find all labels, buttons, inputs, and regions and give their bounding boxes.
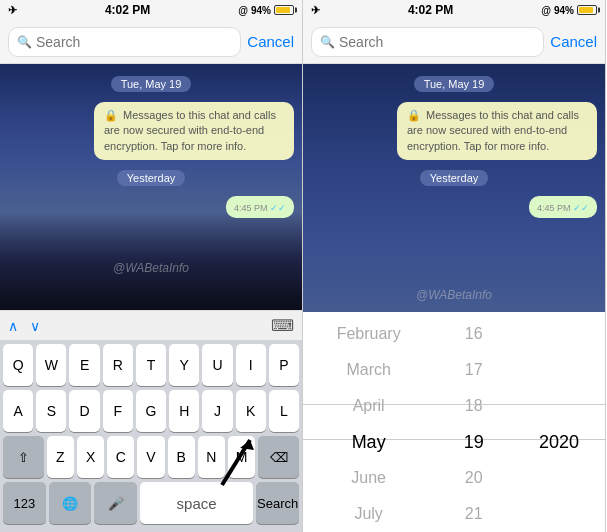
search-input-right[interactable]: [339, 34, 535, 50]
year-2020[interactable]: 2020: [539, 424, 579, 460]
system-message-left: 🔒 Messages to this chat and calls are no…: [94, 102, 294, 160]
outgoing-bubble-left: 4:45 PM ✓✓: [226, 196, 294, 218]
signal-icon-right: @: [541, 5, 551, 16]
battery-pct-left: 94%: [251, 5, 271, 16]
airplane-icon-right: ✈: [311, 4, 320, 17]
watermark-right: @WABetaInfo: [416, 288, 492, 302]
key-d[interactable]: D: [69, 390, 99, 432]
day-20[interactable]: 20: [464, 460, 484, 496]
chat-content-left: Tue, May 19 🔒 Messages to this chat and …: [0, 64, 302, 226]
search-input-wrapper-left[interactable]: 🔍: [8, 27, 241, 57]
key-mic[interactable]: 🎤: [94, 482, 137, 524]
key-r[interactable]: R: [103, 344, 133, 386]
nav-arrows: ∧ ∨ ⌨: [0, 310, 302, 340]
nav-down-button[interactable]: ∨: [30, 318, 40, 334]
key-shift[interactable]: ⇧: [3, 436, 44, 478]
time-right: 4:02 PM: [408, 3, 453, 17]
status-bar-left: ✈ 4:02 PM @ 94%: [0, 0, 302, 20]
search-input-left[interactable]: [36, 34, 232, 50]
battery-icon-right: [577, 5, 597, 15]
bubble-time-left: 4:45 PM ✓✓: [234, 203, 286, 213]
signal-icon: @: [238, 5, 248, 16]
search-bar-left: 🔍 Cancel: [0, 20, 302, 64]
key-s[interactable]: S: [36, 390, 66, 432]
month-may[interactable]: May: [337, 424, 401, 460]
time-left: 4:02 PM: [105, 3, 150, 17]
nav-up-button[interactable]: ∧: [8, 318, 18, 334]
key-j[interactable]: J: [202, 390, 232, 432]
key-g[interactable]: G: [136, 390, 166, 432]
date-picker[interactable]: February March April May June July Augus…: [303, 312, 605, 532]
day-21[interactable]: 21: [464, 496, 484, 532]
key-t[interactable]: T: [136, 344, 166, 386]
keyboard-row-2: A S D F G H J K L: [3, 390, 299, 432]
bubble-time-right: 4:45 PM ✓✓: [537, 203, 589, 213]
chat-area-right: Tue, May 19 🔒 Messages to this chat and …: [303, 64, 605, 532]
day-17[interactable]: 17: [464, 352, 484, 388]
key-delete[interactable]: ⌫: [258, 436, 299, 478]
year-placeholder-1: [539, 316, 579, 352]
key-c[interactable]: C: [107, 436, 134, 478]
key-v[interactable]: V: [137, 436, 164, 478]
year-placeholder-2: [539, 352, 579, 388]
day-19[interactable]: 19: [464, 424, 484, 460]
keyboard-icon: ⌨: [271, 316, 294, 335]
keyboard-row-1: Q W E R T Y U I P: [3, 344, 299, 386]
right-panel: ✈ 4:02 PM @ 94% 🔍 Cancel Tue, May 19 🔒 M…: [303, 0, 606, 532]
month-items: February March April May June July Augus…: [337, 312, 401, 532]
month-march[interactable]: March: [337, 352, 401, 388]
key-123[interactable]: 123: [3, 482, 46, 524]
key-e[interactable]: E: [69, 344, 99, 386]
arrow-indicator: [212, 430, 262, 494]
key-a[interactable]: A: [3, 390, 33, 432]
month-february[interactable]: February: [337, 316, 401, 352]
airplane-icon: ✈: [8, 4, 17, 17]
key-p[interactable]: P: [269, 344, 299, 386]
month-april[interactable]: April: [337, 388, 401, 424]
battery-pct-right: 94%: [554, 5, 574, 16]
key-u[interactable]: U: [202, 344, 232, 386]
key-b[interactable]: B: [168, 436, 195, 478]
year-items: 2020: [539, 312, 579, 532]
key-w[interactable]: W: [36, 344, 66, 386]
month-july[interactable]: July: [337, 496, 401, 532]
key-x[interactable]: X: [77, 436, 104, 478]
system-message-right: 🔒 Messages to this chat and calls are no…: [397, 102, 597, 160]
left-panel: ✈ 4:02 PM @ 94% 🔍 Cancel Tue, May 19 🔒 M…: [0, 0, 303, 532]
yesterday-badge-right: Yesterday: [420, 170, 489, 186]
key-k[interactable]: K: [236, 390, 266, 432]
key-y[interactable]: Y: [169, 344, 199, 386]
yesterday-badge-left: Yesterday: [117, 170, 186, 186]
key-globe[interactable]: 🌐: [49, 482, 92, 524]
battery-icon-left: [274, 5, 294, 15]
check-marks-left: ✓✓: [270, 203, 286, 213]
search-bar-right: 🔍 Cancel: [303, 20, 605, 64]
status-bar-right: ✈ 4:02 PM @ 94%: [303, 0, 605, 20]
date-col-year[interactable]: 2020: [513, 312, 605, 532]
day-18[interactable]: 18: [464, 388, 484, 424]
chat-content-right: Tue, May 19 🔒 Messages to this chat and …: [303, 64, 605, 226]
key-i[interactable]: I: [236, 344, 266, 386]
lock-icon-left: 🔒: [104, 109, 118, 121]
chat-area-left: Tue, May 19 🔒 Messages to this chat and …: [0, 64, 302, 310]
day-16[interactable]: 16: [464, 316, 484, 352]
key-search[interactable]: Search: [256, 482, 299, 524]
month-june[interactable]: June: [337, 460, 401, 496]
cancel-button-right[interactable]: Cancel: [550, 33, 597, 50]
date-col-month[interactable]: February March April May June July Augus…: [303, 312, 434, 532]
search-icon-right: 🔍: [320, 35, 335, 49]
watermark-left: @WABetaInfo: [113, 261, 189, 275]
check-marks-right: ✓✓: [573, 203, 589, 213]
search-input-wrapper-right[interactable]: 🔍: [311, 27, 544, 57]
key-q[interactable]: Q: [3, 344, 33, 386]
key-z[interactable]: Z: [47, 436, 74, 478]
outgoing-bubble-right: 4:45 PM ✓✓: [529, 196, 597, 218]
date-badge-right: Tue, May 19: [414, 76, 495, 92]
date-col-day[interactable]: 16 17 18 19 20 21 22: [434, 312, 513, 532]
cancel-button-left[interactable]: Cancel: [247, 33, 294, 50]
year-placeholder-5: [539, 496, 579, 532]
key-h[interactable]: H: [169, 390, 199, 432]
key-f[interactable]: F: [103, 390, 133, 432]
key-l[interactable]: L: [269, 390, 299, 432]
system-message-text-left: Messages to this chat and calls are now …: [104, 109, 276, 152]
